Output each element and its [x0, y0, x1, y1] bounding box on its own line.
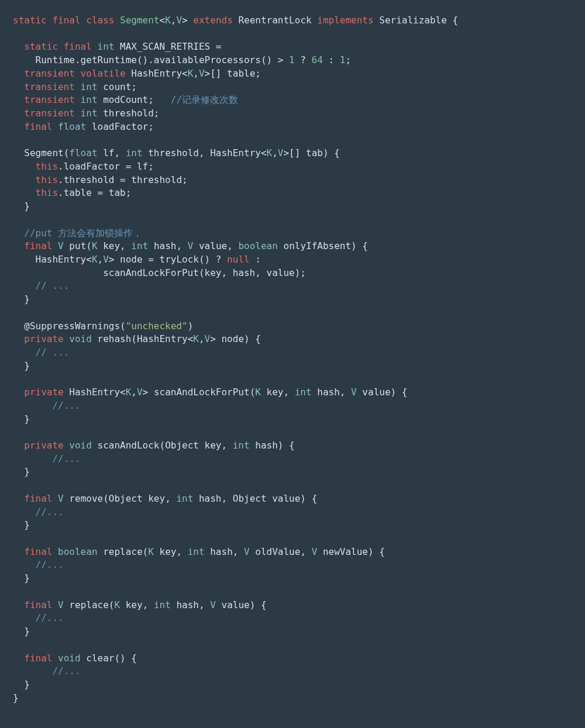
code-token: hash [199, 493, 222, 504]
code-token [13, 41, 24, 52]
code-token: onlyIfAbsent [284, 240, 352, 251]
code-token: //... [36, 612, 64, 623]
code-token: } [13, 679, 30, 690]
code-token: : [323, 54, 340, 65]
code-token [13, 453, 52, 464]
code-token: final [24, 240, 52, 251]
code-token [114, 15, 120, 26]
code-token [120, 599, 126, 610]
code-token: = [210, 41, 221, 52]
code-token: ) { [250, 599, 267, 610]
code-token [92, 333, 98, 344]
code-token: hash [317, 387, 340, 398]
code-token [75, 94, 81, 105]
code-token: @SuppressWarnings [24, 320, 120, 332]
code-token: ; [345, 54, 351, 65]
code-token [374, 15, 380, 26]
code-token: . [58, 174, 64, 185]
code-token: } [13, 692, 19, 703]
code-token [52, 599, 58, 610]
code-token: , [176, 240, 187, 251]
code-token: > [210, 333, 221, 344]
code-token: hash [233, 267, 256, 278]
code-token: < [182, 68, 188, 79]
code-token: V [205, 333, 211, 344]
code-token: K [148, 546, 154, 557]
code-token: () > [261, 54, 289, 65]
code-token: , [283, 387, 294, 398]
code-token [64, 387, 70, 398]
code-token [64, 599, 70, 610]
code-token: hash [154, 240, 177, 251]
code-token: : [250, 254, 261, 265]
code-token [193, 493, 199, 504]
code-token: ( [250, 387, 256, 398]
code-token [267, 493, 273, 504]
code-content: static final class Segment<K,V> extends … [13, 15, 458, 703]
code-token: int [81, 108, 98, 119]
code-token: tab [306, 147, 323, 158]
code-token: V [103, 254, 109, 265]
code-token: ); [295, 267, 306, 278]
code-token [75, 108, 81, 119]
code-token: final [24, 599, 52, 610]
code-token: transient [24, 81, 75, 92]
code-token: ( [109, 599, 115, 610]
code-token [52, 546, 58, 557]
code-token: void [69, 440, 92, 451]
code-token: (). [137, 54, 154, 65]
code-token [13, 174, 36, 185]
code-token: ) [188, 320, 194, 332]
code-token: K [193, 333, 199, 344]
code-token: , [98, 254, 104, 265]
code-token: key [126, 599, 143, 610]
code-token: count [103, 81, 131, 92]
code-token: >[] [283, 147, 306, 158]
code-token: K [114, 599, 120, 610]
code-token: , [233, 546, 244, 557]
code-token: "unchecked" [126, 320, 188, 332]
code-token: } [13, 413, 30, 425]
code-token [13, 546, 24, 557]
code-token [64, 493, 70, 504]
code-token: > [109, 254, 120, 265]
code-token [13, 333, 24, 344]
code-token: replace [103, 546, 142, 557]
code-token: , [165, 493, 176, 504]
code-token [98, 546, 104, 557]
code-token: key [267, 387, 284, 398]
code-token [233, 15, 239, 26]
code-token: } [13, 360, 30, 371]
code-token [278, 240, 284, 251]
code-token: ) { [391, 387, 408, 398]
code-token: ( [120, 320, 126, 332]
code-token: lf [137, 161, 148, 172]
code-token: < [120, 387, 126, 398]
code-token: > [182, 15, 188, 26]
code-token [13, 612, 36, 623]
code-token: loadFactor [64, 161, 120, 172]
code-token: HashEntry [69, 387, 120, 398]
code-token: , [120, 240, 131, 251]
code-token: MAX_SCAN_RETRIES [120, 41, 210, 52]
code-token: availableProcessors [154, 54, 261, 65]
code-token: ; [126, 187, 132, 198]
code-token: } [13, 626, 30, 637]
code-token [312, 15, 318, 26]
code-token: , [143, 599, 154, 610]
code-token: table [227, 68, 255, 79]
code-token [13, 254, 36, 265]
code-token: int [295, 387, 312, 398]
code-token: , [300, 546, 311, 557]
code-token: float [69, 147, 97, 158]
code-token: private [24, 440, 63, 451]
code-token: int [233, 440, 250, 451]
code-token: K [126, 387, 132, 398]
code-token [171, 599, 177, 610]
code-token: int [188, 546, 205, 557]
code-token: int [176, 493, 193, 504]
code-token [154, 546, 160, 557]
code-token [13, 147, 24, 158]
code-token: ( [86, 240, 92, 251]
code-token [13, 280, 36, 291]
